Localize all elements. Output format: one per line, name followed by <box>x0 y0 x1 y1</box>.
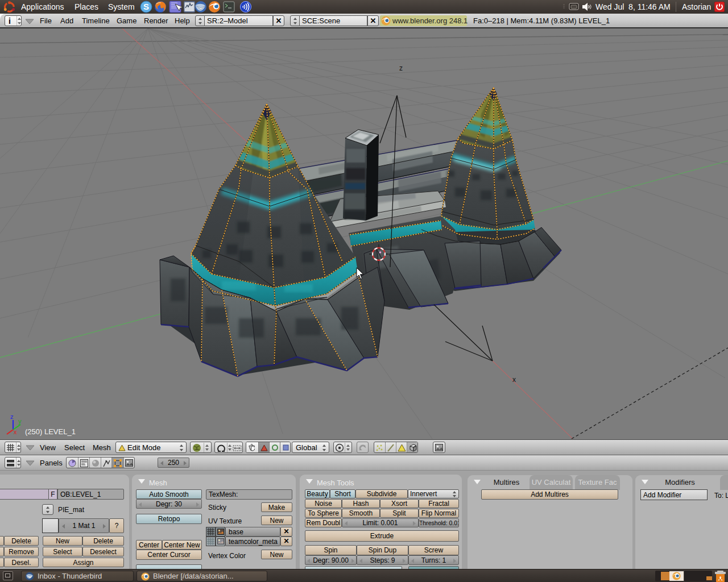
svg-text:y: y <box>18 418 22 425</box>
svg-text:x: x <box>14 429 17 435</box>
svg-text:S: S <box>143 2 149 11</box>
svg-text:z: z <box>10 413 14 420</box>
svg-text:x: x <box>512 376 516 384</box>
svg-text:z: z <box>399 64 403 72</box>
svg-text:(250) LEVEL_1: (250) LEVEL_1 <box>25 427 76 436</box>
